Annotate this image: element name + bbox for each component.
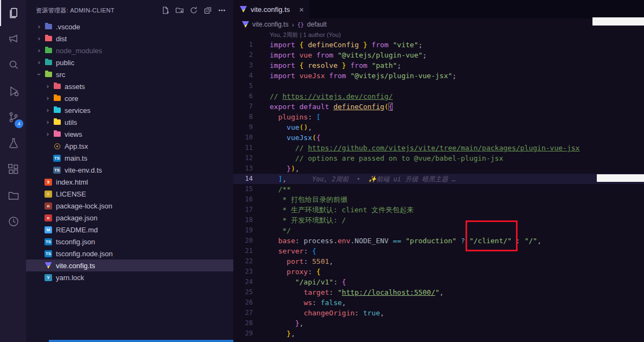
breadcrumb-symbol[interactable]: default bbox=[307, 21, 327, 28]
tree-item-tsconfig.json[interactable]: TStsconfig.json bbox=[26, 236, 233, 248]
code-line-2[interactable]: 2import vue from "@vitejs/plugin-vue"; bbox=[233, 50, 644, 60]
line-text: target: "http://localhost:5500/", bbox=[270, 287, 444, 297]
code-line-10[interactable]: 10 vueJsx({ bbox=[233, 132, 644, 143]
code-line-29[interactable]: 29 }, bbox=[233, 328, 644, 339]
code-line-8[interactable]: 8 plugins: [ bbox=[233, 112, 644, 122]
source-control-activity-button[interactable]: 4 bbox=[0, 104, 26, 130]
tree-item-index.html[interactable]: 5index.html bbox=[26, 176, 233, 188]
code-line-9[interactable]: 9 vue(), bbox=[233, 122, 644, 132]
code-line-15[interactable]: 15 /** bbox=[233, 184, 644, 194]
line-text: import { resolve } from "path"; bbox=[270, 60, 401, 71]
tree-item-core[interactable]: ›core bbox=[26, 92, 233, 104]
line-text: ], You, 2周前 • ✨前端 ui 升级 暗黑主题 … bbox=[270, 174, 456, 184]
code-line-28[interactable]: 28 }, bbox=[233, 318, 644, 328]
code-line-6[interactable]: 6// https://vitejs.dev/config/ bbox=[233, 91, 644, 102]
tree-item-vite-env.d.ts[interactable]: TSvite-env.d.ts bbox=[26, 164, 233, 176]
test-activity-button[interactable] bbox=[0, 130, 26, 156]
line-text: // https://vitejs.dev/config/ bbox=[270, 91, 393, 102]
run-debug-activity-button[interactable] bbox=[0, 78, 26, 104]
code-line-3[interactable]: 3import { resolve } from "path"; bbox=[233, 60, 644, 71]
tab-vite-config-ts[interactable]: vite.config.ts × bbox=[233, 0, 309, 18]
white-overlay-top bbox=[592, 17, 644, 26]
chevron-right-icon: › bbox=[43, 80, 52, 92]
code-line-5[interactable]: 5 bbox=[233, 81, 644, 91]
line-number: 20 bbox=[233, 236, 253, 246]
collapse-all-button[interactable] bbox=[202, 4, 214, 16]
folder-icon bbox=[52, 119, 62, 125]
codelens-blame[interactable]: You, 2周前 | 1 author (You) bbox=[233, 30, 644, 40]
chevron-right-icon: › bbox=[35, 45, 43, 56]
code-line-24[interactable]: 24 "/api/v1": { bbox=[233, 277, 644, 287]
tree-item-assets[interactable]: ›assets bbox=[26, 80, 233, 92]
code-line-11[interactable]: 11 // https://github.com/vitejs/vite/tre… bbox=[233, 143, 644, 153]
folder-icon bbox=[43, 60, 53, 65]
tree-item-main.ts[interactable]: TSmain.ts bbox=[26, 152, 233, 164]
tab-close-icon[interactable]: × bbox=[299, 5, 304, 14]
file-icon: 5 bbox=[43, 179, 53, 186]
tree-item-views[interactable]: ›views bbox=[26, 128, 233, 140]
refresh-button[interactable] bbox=[188, 4, 200, 16]
tree-item-dist[interactable]: ›dist bbox=[26, 33, 233, 45]
timeline-activity-button[interactable] bbox=[0, 208, 26, 235]
code-line-18[interactable]: 18 * 开发环境默认: / bbox=[233, 215, 644, 225]
code-line-17[interactable]: 17 * 生产环境默认: client 文件夹包起来 bbox=[233, 205, 644, 215]
code-line-4[interactable]: 4import vueJsx from "@vitejs/plugin-vue-… bbox=[233, 71, 644, 81]
breadcrumb-file[interactable]: vite.config.ts bbox=[252, 21, 289, 28]
new-folder-icon bbox=[175, 6, 184, 15]
tree-item-label: vite.config.ts bbox=[56, 262, 95, 270]
project-activity-button[interactable] bbox=[0, 182, 26, 208]
new-file-button[interactable] bbox=[160, 4, 171, 16]
tree-item-yarn.lock[interactable]: Yyarn.lock bbox=[26, 271, 233, 283]
new-folder-button[interactable] bbox=[174, 4, 186, 16]
chevron-down-icon: › bbox=[33, 70, 45, 79]
code-line-21[interactable]: 21 server: { bbox=[233, 246, 644, 256]
tree-item-README.md[interactable]: MREADME.md bbox=[26, 224, 233, 236]
line-number: 4 bbox=[233, 71, 253, 81]
code-line-26[interactable]: 26 ws: false, bbox=[233, 297, 644, 308]
tree-item-package.json[interactable]: npackage.json bbox=[26, 212, 233, 224]
code-line-22[interactable]: 22 port: 5501, bbox=[233, 256, 644, 267]
line-number: 25 bbox=[233, 287, 253, 297]
announcement-activity-button[interactable] bbox=[0, 26, 26, 52]
code-editor[interactable]: 1import { defineConfig } from "vite";2im… bbox=[233, 40, 644, 339]
tree-item-src[interactable]: ›src bbox=[26, 68, 233, 80]
tree-item-tsconfig.node.json[interactable]: TStsconfig.node.json bbox=[26, 248, 233, 259]
tree-item-vite.config.ts[interactable]: vite.config.ts bbox=[26, 259, 233, 271]
chevron-right-icon: › bbox=[35, 33, 43, 45]
code-line-14[interactable]: 14 ], You, 2周前 • ✨前端 ui 升级 暗黑主题 … bbox=[233, 174, 644, 184]
tree-item-LICENSE[interactable]: ≡LICENSE bbox=[26, 188, 233, 200]
tree-item-App.tsx[interactable]: App.tsx bbox=[26, 140, 233, 152]
run-debug-icon bbox=[7, 85, 20, 98]
tree-item-node_modules[interactable]: ›node_modules bbox=[26, 45, 233, 56]
more-actions-button[interactable] bbox=[216, 4, 228, 16]
line-number: 6 bbox=[233, 91, 253, 102]
line-text: vue(), bbox=[270, 122, 312, 132]
line-number: 18 bbox=[233, 215, 253, 225]
code-line-23[interactable]: 23 proxy: { bbox=[233, 267, 644, 277]
code-line-20[interactable]: 20 base: process.env.NODE_ENV == "produc… bbox=[233, 236, 644, 246]
tree-item-utils[interactable]: ›utils bbox=[26, 116, 233, 128]
code-line-12[interactable]: 12 // options are passed on to @vue/babe… bbox=[233, 153, 644, 163]
tree-item-package-lock.json[interactable]: npackage-lock.json bbox=[26, 200, 233, 212]
explorer-header: 资源管理器: ADMIN-CLIENT bbox=[26, 0, 233, 21]
explorer-activity-button[interactable] bbox=[0, 0, 26, 26]
explorer-actions bbox=[160, 4, 228, 16]
code-line-13[interactable]: 13 }), bbox=[233, 163, 644, 174]
code-line-19[interactable]: 19 */ bbox=[233, 225, 644, 236]
code-line-1[interactable]: 1import { defineConfig } from "vite"; bbox=[233, 40, 644, 50]
line-number: 5 bbox=[233, 81, 253, 91]
new-file-icon bbox=[161, 6, 170, 15]
code-line-7[interactable]: 7export default defineConfig({ bbox=[233, 102, 644, 112]
tree-item-label: services bbox=[65, 106, 91, 115]
tree-item-services[interactable]: ›services bbox=[26, 104, 233, 116]
activity-bar: 4 bbox=[0, 0, 26, 342]
line-text: plugins: [ bbox=[270, 112, 321, 122]
tree-item-.vscode[interactable]: ›.vscode bbox=[26, 21, 233, 33]
code-line-25[interactable]: 25 target: "http://localhost:5500/", bbox=[233, 287, 644, 297]
tree-item-public[interactable]: ›public bbox=[26, 56, 233, 68]
code-line-27[interactable]: 27 changeOrigin: true, bbox=[233, 308, 644, 318]
extensions-activity-button[interactable] bbox=[0, 156, 26, 182]
search-activity-button[interactable] bbox=[0, 52, 26, 78]
line-number: 27 bbox=[233, 308, 253, 318]
code-line-16[interactable]: 16 * 打包给目录的前缀 bbox=[233, 194, 644, 205]
